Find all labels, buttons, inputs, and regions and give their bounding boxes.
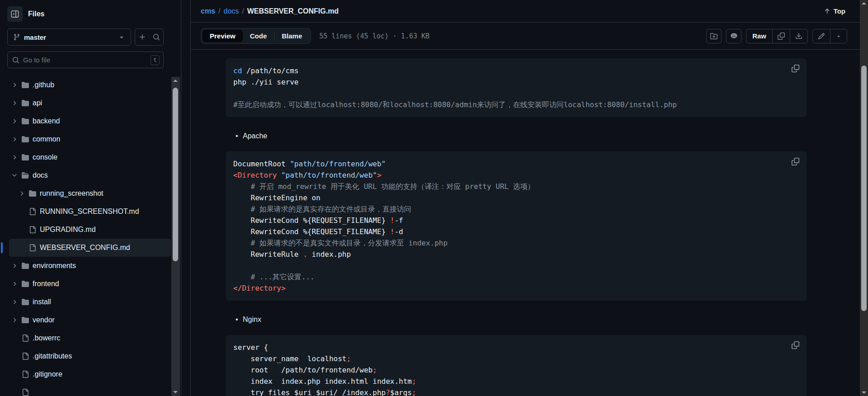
tree-item-label: api	[33, 99, 42, 107]
folder-icon	[22, 118, 29, 125]
scroll-up-arrow-icon[interactable]	[862, 2, 866, 5]
tree-item-partial[interactable]	[9, 383, 171, 396]
tree-item-WEBSERVER_CONFIG.md[interactable]: WEBSERVER_CONFIG.md	[9, 239, 171, 257]
tree-item-UPGRADING.md[interactable]: UPGRADING.md	[9, 221, 171, 239]
folder-open-icon	[22, 172, 29, 179]
tree-item-.gitignore[interactable]: .gitignore	[9, 365, 171, 383]
bullet-list: Apache	[226, 131, 807, 141]
github-file-viewer: { "sidebar": { "title": "Files", "branch…	[0, 0, 868, 396]
file-icon	[29, 244, 36, 251]
tree-item-.github[interactable]: .github	[9, 76, 171, 94]
scrollbar-thumb[interactable]	[173, 88, 178, 261]
tree-item-docs[interactable]: docs	[9, 166, 171, 184]
raw-button[interactable]: Raw	[746, 29, 772, 43]
tab-code[interactable]: Code	[243, 30, 274, 42]
folder-action-button[interactable]	[706, 29, 722, 43]
tree-item-install[interactable]: install	[9, 293, 171, 311]
breadcrumb-dir-link[interactable]: docs	[223, 7, 239, 15]
copy-icon	[792, 158, 799, 165]
tree-item-label: RUNNING_SCREENSHOT.md	[40, 207, 139, 216]
collapse-file-tree-button[interactable]	[7, 6, 23, 22]
go-to-file-input[interactable]	[23, 56, 147, 64]
code-line: server {	[233, 342, 799, 353]
code-block: DocumentRoot "path/to/frontend/web"<Dire…	[226, 151, 807, 301]
file-toolbar: PreviewCodeBlame 55 lines (45 loc) · 1.6…	[191, 23, 860, 50]
chevron-right-icon	[11, 118, 18, 124]
code-block: server { server_name localhost; root /pa…	[226, 335, 807, 396]
file-icon	[29, 226, 36, 233]
folder-icon	[22, 99, 29, 107]
pencil-icon	[818, 33, 825, 40]
folder-arrow-icon	[710, 33, 717, 40]
tree-item-environments[interactable]: environments	[9, 257, 171, 275]
chevron-right-icon	[11, 82, 18, 88]
tree-item-vendor[interactable]: vendor	[9, 311, 171, 329]
edit-file-button[interactable]	[813, 29, 830, 43]
download-button[interactable]	[790, 29, 807, 43]
file-icon	[22, 389, 29, 396]
page-scrollbar[interactable]	[860, 0, 868, 396]
file-preview-content: cd /path/to/cmsphp ./yii serve #至此启动成功，可…	[191, 50, 860, 396]
tree-item-api[interactable]: api	[9, 94, 171, 112]
breadcrumb-separator: /	[215, 7, 223, 15]
tree-item-label: WEBSERVER_CONFIG.md	[40, 244, 130, 252]
tree-item-label: console	[33, 153, 57, 161]
breadcrumb-repo-link[interactable]: cms	[201, 7, 215, 15]
edit-dropdown-button[interactable]	[830, 29, 847, 43]
tab-preview[interactable]: Preview	[203, 30, 243, 42]
chevron-right-icon	[11, 136, 18, 142]
copy-code-button[interactable]	[791, 64, 800, 73]
branch-name: master	[24, 33, 46, 41]
search-tree-button[interactable]	[149, 29, 163, 45]
code-line: RewriteRule . index.php	[233, 249, 799, 260]
selected-indicator	[1, 242, 3, 253]
code-line: RewriteCond %{REQUEST_FILENAME} !-f	[233, 215, 799, 226]
toolbar-actions: Raw	[706, 29, 847, 43]
chevron-spacer	[18, 244, 25, 251]
sidebar-title: Files	[28, 10, 44, 18]
scroll-to-top-button[interactable]: Top	[824, 7, 845, 15]
chevron-spacer	[18, 226, 25, 233]
copy-code-button[interactable]	[791, 157, 800, 166]
add-file-button[interactable]	[135, 29, 149, 45]
code-line: RewriteEngine on	[233, 192, 799, 203]
file-icon	[22, 353, 29, 360]
bullet-item-apache: Apache	[236, 131, 807, 141]
chevron-right-icon	[11, 100, 18, 106]
copy-icon	[792, 65, 799, 72]
scroll-down-arrow-icon[interactable]	[173, 391, 178, 393]
tree-item-label: install	[33, 298, 51, 306]
code-line: php ./yii serve	[233, 76, 799, 88]
tree-item-label: vendor	[33, 316, 55, 324]
tree-item-label: docs	[33, 171, 48, 179]
code-line: cd /path/to/cms	[233, 65, 799, 76]
copilot-icon	[730, 32, 738, 40]
copilot-button[interactable]	[726, 29, 741, 43]
tree-item-console[interactable]: console	[9, 148, 171, 166]
branch-selector[interactable]: master	[7, 28, 131, 46]
chevron-spacer	[11, 353, 18, 360]
file-tree-scrollbar[interactable]	[171, 77, 180, 396]
folder-icon	[22, 81, 29, 89]
tree-item-label: environments	[33, 262, 76, 270]
copy-icon	[778, 33, 785, 40]
scroll-down-arrow-icon[interactable]	[862, 391, 866, 394]
scrollbar-thumb[interactable]	[861, 66, 867, 311]
folder-icon	[29, 190, 36, 197]
tree-item-frontend[interactable]: frontend	[9, 275, 171, 293]
tree-item-.gitattributes[interactable]: .gitattributes	[9, 347, 171, 365]
tree-item-common[interactable]: common	[9, 130, 171, 148]
tree-item-RUNNING_SCREENSHOT.md[interactable]: RUNNING_SCREENSHOT.md	[9, 203, 171, 221]
scroll-up-arrow-icon[interactable]	[173, 80, 178, 82]
copy-code-button[interactable]	[791, 340, 800, 350]
tree-item-.bowerrc[interactable]: .bowerrc	[9, 329, 171, 347]
copy-file-button[interactable]	[772, 29, 790, 43]
folder-icon	[22, 316, 29, 324]
file-icon	[22, 371, 29, 378]
tab-blame[interactable]: Blame	[274, 30, 309, 42]
tree-item-label: running_screenshot	[40, 189, 104, 198]
tree-item-backend[interactable]: backend	[9, 112, 171, 130]
tree-item-running_screenshot[interactable]: running_screenshot	[9, 184, 171, 203]
code-block: cd /path/to/cmsphp ./yii serve #至此启动成功，可…	[226, 58, 807, 117]
code-line: root /path/to/frontend/web;	[233, 364, 799, 376]
